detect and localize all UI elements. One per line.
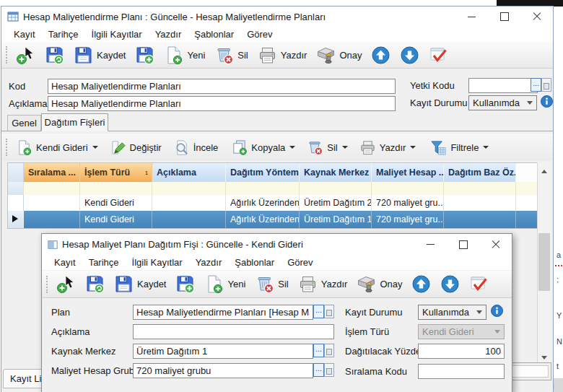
dropdown-arrow-icon[interactable] — [410, 146, 416, 152]
dialog-maximize-button[interactable] — [447, 234, 479, 255]
column-header-dagitim-yontemi[interactable]: Dağıtım Yöntemi — [226, 163, 300, 182]
menu-sablonlar[interactable]: Şablonlar — [188, 29, 240, 40]
grid-copy-button[interactable]: Kopyala — [231, 139, 295, 156]
print-button[interactable]: Yazdır — [258, 45, 307, 65]
info-icon[interactable] — [491, 305, 503, 317]
scroll-down-button[interactable] — [538, 351, 551, 363]
column-header-siralama[interactable]: Sıralama ... — [24, 163, 80, 182]
table-row[interactable]: Kendi Gideri Ağırlık Üzerinden Üretim Da… — [8, 195, 538, 211]
cell-aciklama[interactable] — [152, 211, 226, 228]
confirm-button[interactable] — [429, 45, 448, 65]
filter-cell[interactable] — [152, 182, 226, 195]
dialog-print-button[interactable]: Yazdır — [298, 274, 348, 294]
scrollbar-thumb[interactable] — [538, 233, 550, 291]
dialog-save-button[interactable]: Kaydet — [114, 274, 166, 294]
menu-tarihce[interactable]: Tarihçe — [42, 29, 85, 40]
dropdown-arrow-icon[interactable] — [92, 146, 98, 152]
nav-up-button[interactable] — [371, 45, 390, 65]
column-header-maliyet-hesap[interactable]: Maliyet Hesap ... — [372, 163, 444, 182]
info-icon[interactable] — [541, 95, 553, 108]
dialog-menu-yazdir[interactable]: Yazdır — [189, 257, 229, 268]
tab-dagitim-fisleri[interactable]: Dağıtım Fişleri — [41, 113, 108, 131]
grid-delete-button[interactable]: Sil — [307, 139, 347, 156]
cell-dagitim-yontemi[interactable]: Ağırlık Üzerinden — [226, 211, 300, 228]
scroll-up-button[interactable] — [538, 162, 551, 175]
cell-dagitim-baz[interactable] — [444, 211, 516, 228]
dialog-delete-button[interactable]: Sil — [255, 274, 288, 294]
grid-inspect-button[interactable]: İncele — [173, 139, 219, 156]
plan-lookup-button[interactable]: ... — [313, 305, 324, 318]
dialog-close-button[interactable] — [479, 234, 512, 255]
grid-edit-button[interactable]: Değiştir — [110, 139, 162, 156]
dialog-nav-down-button[interactable] — [440, 274, 460, 294]
menu-ilgili-kayitlar[interactable]: İlgili Kayıtlar — [85, 29, 149, 40]
dialog-aciklama-input[interactable] — [133, 324, 334, 339]
filter-cell[interactable] — [300, 182, 372, 195]
dialog-save-refresh-button[interactable] — [85, 274, 105, 294]
delete-button[interactable]: Sil — [214, 45, 248, 65]
grid-filter-row[interactable] — [8, 182, 538, 195]
dialog-menu-kayit[interactable]: Kayıt — [48, 257, 82, 268]
menu-yazdir[interactable]: Yazdır — [149, 29, 188, 40]
new-button[interactable]: Yeni — [164, 45, 205, 65]
dialog-menu-tarihce[interactable]: Tarihçe — [82, 257, 126, 268]
approve-button[interactable]: Onay — [316, 45, 362, 65]
filter-cell[interactable] — [444, 182, 516, 195]
maliyet-hesap-grubu-input[interactable] — [133, 363, 313, 378]
filter-cell[interactable] — [80, 182, 152, 195]
dialog-save-new-button[interactable] — [175, 274, 195, 294]
cell-dagitim-yontemi[interactable]: Ağırlık Üzerinden — [226, 195, 300, 211]
close-button[interactable] — [520, 6, 553, 27]
cell-maliyet-hesap[interactable]: 720 maliyet gru... — [372, 195, 444, 211]
dialog-menu-ilgili-kayitlar[interactable]: İlgili Kayıtlar — [126, 257, 189, 268]
column-header-islem-turu[interactable]: İşlem Türü 1 — [80, 163, 152, 182]
plan-input[interactable] — [133, 305, 313, 320]
dialog-kayit-durumu-combo[interactable]: Kullanımda — [418, 305, 486, 320]
maximize-button[interactable] — [488, 6, 520, 27]
kod-input[interactable] — [48, 79, 396, 94]
save-button[interactable]: Kaydet — [74, 45, 126, 65]
filter-cell[interactable] — [372, 182, 444, 195]
filter-cell[interactable] — [226, 182, 300, 195]
dialog-menu-sablonlar[interactable]: Şablonlar — [228, 257, 281, 268]
dialog-new-button[interactable]: Yeni — [204, 274, 245, 294]
minimize-button[interactable] — [455, 6, 488, 27]
tab-genel[interactable]: Genel — [7, 115, 41, 131]
aciklama-input[interactable] — [48, 96, 396, 111]
nav-down-button[interactable] — [400, 45, 419, 65]
cell-siralama[interactable] — [24, 211, 80, 228]
kaynak-merkez-input[interactable] — [133, 344, 313, 359]
dialog-minimize-button[interactable] — [414, 234, 447, 255]
yetki-kodu-lookup-button[interactable]: ... — [531, 78, 541, 92]
dialog-nav-up-button[interactable] — [411, 274, 431, 294]
cell-kaynak-merkez[interactable]: Üretim Dağıtım 2 — [300, 195, 372, 211]
dagitilacak-yuzde-input[interactable] — [418, 344, 505, 359]
plan-keyboard-button[interactable] — [324, 305, 334, 318]
cell-aciklama[interactable] — [152, 195, 226, 211]
dropdown-arrow-icon[interactable] — [342, 146, 348, 152]
cell-islem-turu[interactable]: Kendi Gideri — [80, 195, 152, 211]
cell-islem-turu[interactable]: Kendi Gideri — [80, 211, 152, 228]
grid-vertical-scrollbar[interactable] — [537, 162, 551, 363]
yetki-kodu-input[interactable] — [468, 78, 538, 93]
maliyet-hesap-grubu-keyboard-button[interactable] — [324, 363, 334, 377]
save-refresh-button[interactable] — [45, 45, 64, 65]
cell-maliyet-hesap[interactable]: 720 maliyet gru... — [372, 211, 444, 228]
menu-kayit[interactable]: Kayıt — [7, 29, 42, 40]
menu-gorev[interactable]: Görev — [240, 29, 279, 40]
table-row-selected[interactable]: Kendi Gideri Ağırlık Üzerinden Üretim Da… — [8, 211, 538, 228]
dropdown-arrow-icon[interactable] — [483, 146, 489, 152]
kaynak-merkez-lookup-button[interactable]: ... — [313, 344, 324, 357]
column-header-kaynak-merkez[interactable]: Kaynak Merkez — [300, 163, 372, 182]
column-header-aciklama[interactable]: Açıklama — [152, 163, 226, 182]
dropdown-arrow-icon[interactable] — [289, 146, 295, 152]
grid-print-button[interactable]: Yazdır — [359, 139, 416, 156]
cell-siralama[interactable] — [24, 195, 80, 211]
dialog-confirm-button[interactable] — [469, 274, 489, 294]
filter-cell[interactable] — [24, 182, 80, 195]
kayit-durumu-combo[interactable]: Kullanımda — [468, 95, 537, 110]
grid-filter-button[interactable]: Filtrele — [430, 139, 489, 156]
dialog-add-record-button[interactable] — [56, 274, 76, 294]
save-new-button[interactable] — [135, 45, 154, 65]
maliyet-hesap-grubu-lookup-button[interactable]: ... — [313, 363, 324, 377]
